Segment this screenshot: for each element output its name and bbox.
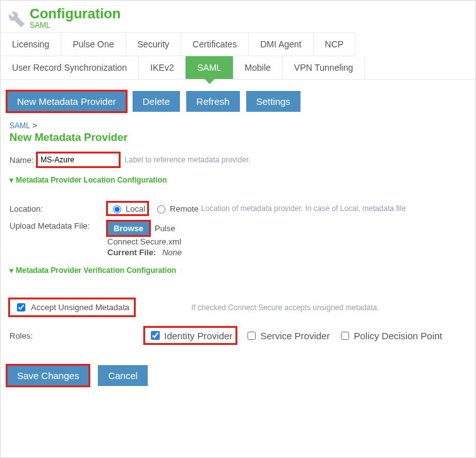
verification-section-header[interactable]: ▾ Metadata Provider Verification Configu… <box>9 266 467 275</box>
header-title: Configuration <box>30 6 121 22</box>
breadcrumb-sep: > <box>32 121 37 130</box>
accept-unsigned-checkbox[interactable] <box>17 303 25 311</box>
role-idp-checkbox[interactable] <box>151 331 160 340</box>
upload-file-line2: Connect Secure.xml <box>107 237 182 246</box>
tab-pulse-one[interactable]: Pulse One <box>61 32 126 56</box>
location-local-wrap[interactable]: Local <box>107 202 148 215</box>
tab-row-1: LicensingPulse OneSecurityCertificatesDM… <box>1 32 475 56</box>
current-file-label: Current File: <box>107 248 156 257</box>
upload-row: Upload Metadata File: Browse Pulse Conne… <box>9 221 467 257</box>
tab-licensing[interactable]: Licensing <box>1 32 61 56</box>
role-pdp-checkbox[interactable] <box>341 332 349 340</box>
tab-saml[interactable]: SAML <box>186 56 233 79</box>
location-remote-wrap[interactable]: Remote <box>152 202 201 215</box>
breadcrumb: SAML > <box>9 121 467 130</box>
location-section-header[interactable]: ▾ Metadata Provider Location Configurati… <box>9 176 467 184</box>
chevron-down-icon: ▾ <box>9 176 13 184</box>
role-sp-checkbox[interactable] <box>247 332 256 340</box>
location-hint: Location of metadata provider. In case o… <box>201 204 406 213</box>
tab-row-2: User Record SynchronizationIKEv2SAMLMobi… <box>1 56 475 79</box>
chevron-down-icon: ▾ <box>9 266 13 275</box>
accept-hint: If checked Connect Secure accepts unsign… <box>191 303 379 312</box>
tab-bar: LicensingPulse OneSecurityCertificatesDM… <box>1 32 475 80</box>
upload-label: Upload Metadata File: <box>9 221 107 231</box>
wrench-icon <box>4 6 26 30</box>
location-row: Location: Local Remote Location of metad… <box>9 202 467 215</box>
settings-button[interactable]: Settings <box>246 91 300 112</box>
tab-ncp[interactable]: NCP <box>314 32 356 56</box>
roles-label: Roles: <box>9 331 136 340</box>
refresh-button[interactable]: Refresh <box>186 91 240 112</box>
page-title: New Metadata Provider <box>9 131 467 144</box>
role-idp-wrap[interactable]: Identity Provider <box>145 327 236 344</box>
tab-ikev2[interactable]: IKEv2 <box>139 56 186 79</box>
save-changes-button[interactable]: Save Changes <box>7 365 89 386</box>
footer: Save Changes Cancel <box>1 347 475 404</box>
browse-button[interactable]: Browse <box>107 221 150 236</box>
page-header: Configuration SAML <box>1 1 475 32</box>
tab-vpn-tunneling[interactable]: VPN Tunneling <box>283 56 365 79</box>
location-remote-radio[interactable] <box>157 205 165 214</box>
tab-certificates[interactable]: Certificates <box>181 32 249 56</box>
tab-user-record-synchronization[interactable]: User Record Synchronization <box>1 56 139 79</box>
name-hint: Label to reference metadata provider. <box>124 155 250 164</box>
name-row: Name: Label to reference metadata provid… <box>9 153 467 167</box>
role-pdp-wrap[interactable]: Policy Decision Point <box>338 330 442 342</box>
toolbar: New Metadata Provider Delete Refresh Set… <box>1 80 475 117</box>
roles-row: Roles: Identity Provider Service Provide… <box>9 327 467 344</box>
name-input[interactable] <box>37 153 119 167</box>
upload-file-line1: Pulse <box>155 224 176 233</box>
current-file-value: None <box>162 248 182 257</box>
tab-mobile[interactable]: Mobile <box>234 56 283 79</box>
accept-unsigned-wrap[interactable]: Accept Unsigned Metadata <box>9 299 134 316</box>
new-metadata-provider-button[interactable]: New Metadata Provider <box>7 91 126 112</box>
accept-row: Accept Unsigned Metadata If checked Conn… <box>9 299 467 316</box>
tab-security[interactable]: Security <box>126 32 182 56</box>
tab-dmi-agent[interactable]: DMI Agent <box>249 32 313 56</box>
name-label: Name: <box>9 155 33 165</box>
header-subtitle: SAML <box>30 21 121 30</box>
role-sp-wrap[interactable]: Service Provider <box>245 330 330 342</box>
location-label: Location: <box>9 204 107 214</box>
delete-button[interactable]: Delete <box>133 91 180 112</box>
cancel-button[interactable]: Cancel <box>98 365 148 386</box>
breadcrumb-parent[interactable]: SAML <box>9 121 30 130</box>
location-local-radio[interactable] <box>113 205 121 214</box>
